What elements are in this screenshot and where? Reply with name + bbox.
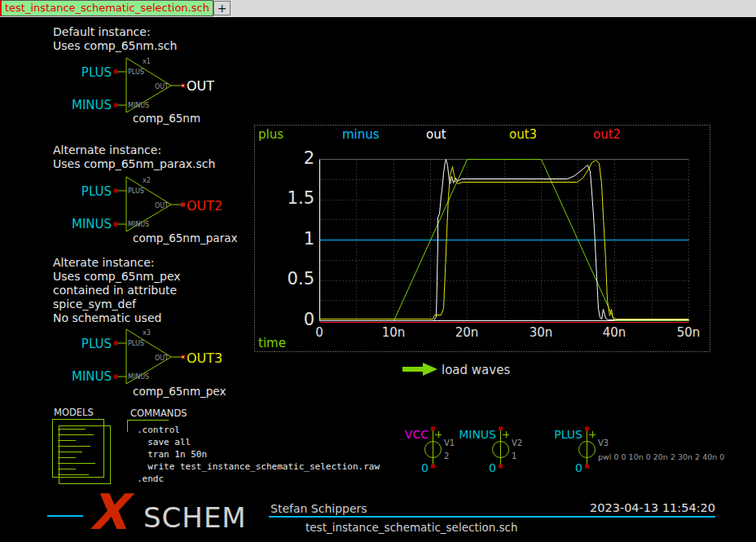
pin-top[interactable]: [499, 427, 503, 431]
xschem-logo-text: SCHEM: [143, 504, 247, 531]
pin-top[interactable]: [585, 427, 589, 431]
legend-out2[interactable]: out2: [593, 127, 621, 142]
schematic-filename: test_instance_schematic_selection.sch: [305, 521, 518, 534]
load-waves-label[interactable]: load waves: [442, 363, 510, 377]
pin-out-end: [182, 356, 184, 358]
designator: x3: [143, 329, 151, 337]
pin-minus[interactable]: [114, 223, 118, 227]
note-line: Default instance:: [53, 25, 177, 39]
ytick-1: 1: [274, 229, 314, 249]
pin-name-minus: MINUS: [128, 373, 149, 381]
pin-minus[interactable]: [114, 375, 118, 379]
net-label-plus-1[interactable]: PLUS: [72, 65, 112, 80]
designator: x1: [143, 58, 151, 65]
value-v3: pwl 0 0 10n 0 20n 2 30n 2 40n 0: [598, 452, 724, 461]
net-label-minus-1[interactable]: MINUS: [72, 98, 112, 112]
note-line: spice_sym_def: [53, 297, 181, 311]
instance-name-3[interactable]: comp_65nm_pex: [133, 385, 226, 398]
tab-current[interactable]: test_instance_schematic_selection.sch: [0, 0, 213, 16]
xschem-window: test_instance_schematic_selection.sch + …: [0, 0, 756, 542]
title-block-line: [269, 516, 715, 518]
note-line: Alternate instance:: [53, 143, 215, 157]
note-line: Uses comp_65nm.sch: [53, 39, 177, 53]
new-tab-button[interactable]: +: [213, 1, 231, 15]
gnd-label-v3[interactable]: 0: [575, 461, 582, 474]
xtick-50n: 50n: [668, 325, 709, 340]
pin-plus[interactable]: [114, 342, 118, 346]
note-line: Uses comp_65nm_pex: [53, 270, 181, 284]
net-label-minus-3[interactable]: MINUS: [72, 369, 112, 384]
pin-name-plus: PLUS: [128, 187, 144, 195]
comparator1-symbol[interactable]: PLUS MINUS OUT x1: [113, 56, 187, 117]
comparator2-note[interactable]: Alternate instance:Uses comp_65nm_parax.…: [53, 143, 215, 171]
legend-minus[interactable]: minus: [342, 127, 380, 142]
refdes-v2: V2: [512, 438, 522, 447]
pin-out-end: [182, 85, 184, 86]
command-line: tran 1n 50n: [137, 448, 380, 460]
comparator2-symbol[interactable]: PLUS MINUS OUT x2: [113, 175, 187, 236]
xtick-20n: 20n: [446, 325, 487, 340]
waveform-graph[interactable]: [254, 125, 710, 352]
doc-lines: [58, 430, 95, 475]
value-v1: 2: [444, 452, 449, 460]
commands-text[interactable]: .control save all tran 1n 50n write test…: [137, 424, 380, 485]
author: Stefan Schippers: [270, 502, 367, 515]
note-line: contained in attribute: [53, 284, 181, 297]
gnd-label-v2[interactable]: 0: [489, 461, 496, 474]
xtick-0: 0: [299, 325, 340, 340]
net-label-plus-2[interactable]: PLUS: [72, 184, 112, 199]
legend-plus[interactable]: plus: [258, 127, 284, 142]
pin-bottom[interactable]: [499, 465, 503, 469]
gnd-label-v1[interactable]: 0: [421, 461, 429, 474]
net-label-minus-2[interactable]: MINUS: [72, 217, 112, 231]
note-line: Alterate instance:: [53, 256, 181, 270]
doc-back: [53, 420, 104, 478]
pin-plus[interactable]: [114, 189, 118, 193]
ytick-1.5: 1.5: [274, 188, 314, 208]
xschem-logo-x: X: [90, 487, 127, 536]
note-line: Uses comp_65nm_parax.sch: [53, 157, 215, 171]
datetime: 2023-04-13 11:54:20: [562, 501, 715, 514]
models-label[interactable]: MODELS: [54, 407, 94, 418]
pin-plus[interactable]: [114, 70, 118, 74]
ytick-0.5: 0.5: [274, 269, 314, 289]
commands-label[interactable]: COMMANDS: [130, 408, 187, 419]
instance-name-2[interactable]: comp_65nm_parax: [133, 231, 237, 245]
models-icon[interactable]: [51, 418, 115, 488]
xtick-40n: 40n: [594, 325, 635, 340]
instance-name-1[interactable]: comp_65nm: [133, 112, 200, 125]
load-waves-arrow-icon[interactable]: [401, 361, 440, 377]
pin-name-out: OUT: [155, 355, 169, 362]
command-line: write test_instance_schematic_selection.…: [137, 460, 380, 473]
legend-out3[interactable]: out3: [509, 127, 537, 142]
note-line: No schematic used: [53, 311, 181, 325]
xaxis-label: time: [258, 336, 286, 350]
pin-name-minus: MINUS: [128, 221, 149, 228]
command-line: .endc: [137, 473, 380, 485]
legend-out[interactable]: out: [426, 127, 446, 142]
pin-bottom[interactable]: [431, 465, 435, 469]
title-block-line-left: [47, 515, 83, 517]
pin-out[interactable]: [181, 203, 185, 207]
comparator3-note[interactable]: Alterate instance:Uses comp_65nm_pexcont…: [53, 256, 181, 325]
xtick-30n: 30n: [521, 325, 561, 340]
refdes-v3: V3: [598, 438, 609, 447]
value-v2: 1: [512, 452, 516, 460]
pin-name-plus: PLUS: [128, 340, 144, 347]
net-label-out-1[interactable]: OUT: [187, 78, 214, 94]
comparator3-symbol[interactable]: PLUS MINUS OUT x3: [113, 328, 187, 389]
net-label-out-2[interactable]: OUT2: [187, 198, 222, 214]
pin-bottom[interactable]: [585, 465, 589, 469]
pin-minus[interactable]: [114, 104, 118, 108]
pin-top[interactable]: [431, 427, 435, 431]
arrow-shape: [402, 363, 437, 376]
command-line: save all: [137, 436, 380, 448]
designator: x2: [143, 177, 151, 184]
net-label-out-3[interactable]: OUT3: [187, 350, 222, 366]
comparator1-note[interactable]: Default instance:Uses comp_65nm.sch: [53, 25, 177, 53]
tab-bar: test_instance_schematic_selection.sch +: [0, 0, 756, 17]
net-label-plus-3[interactable]: PLUS: [72, 337, 112, 351]
command-line: .control: [137, 424, 380, 436]
pin-name-plus: PLUS: [128, 68, 144, 76]
pin-name-out: OUT: [155, 83, 169, 90]
